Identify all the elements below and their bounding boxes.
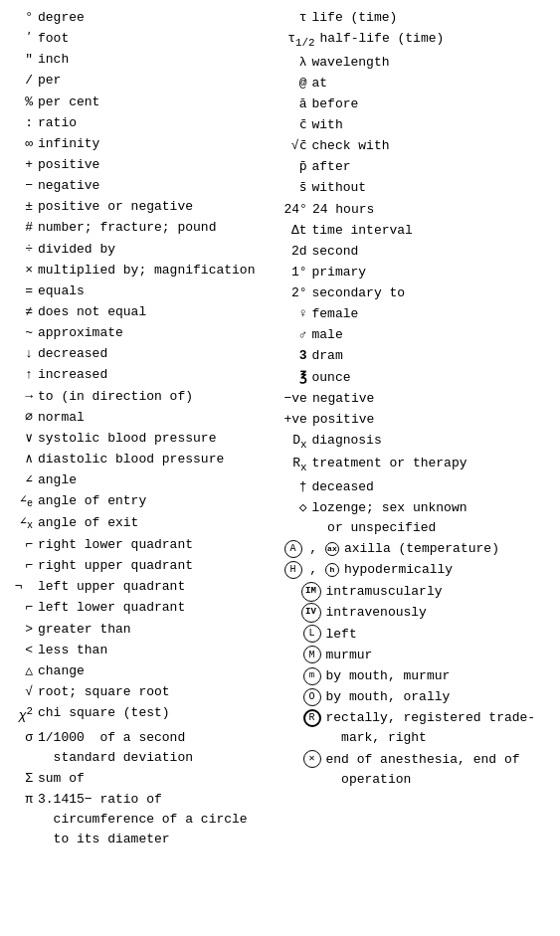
desc-at: at — [312, 74, 328, 94]
list-item: ↑ increased — [10, 365, 277, 385]
symbol-less: < — [10, 641, 38, 660]
desc-uparrow: increased — [38, 365, 107, 385]
desc-infinity: infinity — [38, 134, 99, 154]
list-item: ° degree — [10, 8, 277, 28]
symbol-pi: π — [10, 790, 38, 810]
list-item: : ratio — [10, 113, 277, 133]
desc-left: left — [326, 625, 357, 645]
desc-murmur: murmur — [326, 646, 373, 665]
symbol-ratio: : — [10, 113, 38, 133]
desc-2d: second — [312, 242, 359, 262]
list-item: ♀ female — [284, 304, 551, 324]
desc-degree: degree — [38, 8, 85, 28]
desc-deceased: deceased — [312, 477, 374, 497]
desc-deltat: time interval — [312, 221, 413, 241]
symbol-systolic: ∨ — [10, 429, 38, 449]
symbol-times: × — [10, 261, 38, 281]
list-item: 1° primary — [284, 263, 551, 282]
symbol-minusve: −ve — [284, 389, 312, 409]
desc-equals: equals — [38, 281, 85, 301]
desc-without: without — [312, 178, 367, 198]
list-item: + positive — [10, 155, 277, 175]
desc-angle: angle — [38, 470, 77, 490]
symbol-greater: > — [10, 620, 38, 640]
list-item: † deceased — [284, 477, 551, 497]
main-content: ° degree ʹ foot " inch / per % per cent … — [10, 8, 550, 849]
symbol-secondary: 2° — [284, 283, 312, 303]
desc-dx: diagnosis — [312, 431, 382, 451]
desc-orally: by mouth, orally — [326, 687, 451, 707]
symbol-angle-exit: ∠x — [10, 513, 38, 534]
list-item: ā before — [284, 94, 551, 114]
list-item: ∠ angle — [10, 470, 277, 490]
desc-lambda: wavelength — [312, 53, 390, 73]
desc-emptyset: normal — [38, 408, 85, 428]
list-item: ↓ decreased — [10, 344, 277, 364]
desc-sqrt: root; square root — [38, 682, 170, 702]
list-item: ∨ systolic blood pressure — [10, 429, 277, 449]
list-item: × multiplied by; magnification — [10, 261, 277, 281]
circle-A: A — [284, 540, 302, 558]
symbol-chisq: χ2 — [10, 703, 38, 726]
symbol-emptyset: ∅ — [10, 408, 38, 428]
list-item: ≠ does not equal — [10, 302, 277, 322]
desc-iv: intravenously — [326, 603, 427, 623]
desc-ruq: right upper quadrant — [38, 556, 193, 576]
right-column: τ life (time) τ1/2 half-life (time) λ wa… — [280, 8, 551, 849]
symbol-delta: △ — [10, 661, 38, 681]
symbol-male: ♂ — [284, 325, 312, 345]
list-item: " inch — [10, 50, 277, 70]
list-item: π 3.1415− ratio of circumference of a ci… — [10, 790, 277, 849]
desc-notequal: does not equal — [38, 302, 146, 322]
desc-24h: 24 hours — [312, 200, 374, 220]
desc-luq: left upper quadrant — [38, 577, 185, 597]
desc-less: less than — [38, 641, 107, 660]
list-item: 2° secondary to — [284, 283, 551, 303]
list-item: H , h hypodermically — [284, 560, 551, 580]
list-item: σ 1/1000 of a second standard deviation — [10, 728, 277, 768]
list-item: % per cent — [10, 93, 277, 112]
list-item: A , ax axilla (temperature) — [284, 539, 551, 559]
symbol-sqrt: √ — [10, 682, 38, 702]
symbol-divided: ÷ — [10, 240, 38, 260]
desc-hypo: hypodermically — [344, 560, 453, 580]
list-item: ⌐ right lower quadrant — [10, 535, 277, 555]
desc-divided: divided by — [38, 240, 115, 260]
list-item: △ change — [10, 661, 277, 681]
list-item: ÷ divided by — [10, 240, 277, 260]
symbol-checkwith: √c̄ — [284, 136, 312, 156]
desc-primary: primary — [312, 263, 367, 282]
symbol-left: L — [284, 625, 326, 645]
symbol-rightarrow: → — [10, 387, 38, 407]
desc-before: before — [312, 94, 359, 114]
symbol-sum: Σ — [10, 769, 38, 789]
desc-per: per — [38, 71, 61, 91]
desc-after: after — [312, 157, 351, 177]
desc-bymouth-m: by mouth, murmur — [326, 666, 451, 686]
list-item: ◇ lozenge; sex unknown or unspecified — [284, 498, 551, 538]
desc-greater: greater than — [38, 620, 131, 640]
list-item: √ root; square root — [10, 682, 277, 702]
symbol-orally: O — [284, 687, 326, 707]
symbol-bymouth-m: m — [284, 666, 326, 686]
list-item: Σ sum of — [10, 769, 277, 789]
desc-sum: sum of — [38, 769, 85, 789]
symbol-primary: 1° — [284, 263, 312, 282]
symbol-llq: ⌐ — [10, 598, 38, 618]
symbol-percent: % — [10, 93, 38, 112]
symbol-foot: ʹ — [10, 29, 38, 49]
list-item: ∠e angle of entry — [10, 491, 277, 512]
desc-systolic: systolic blood pressure — [38, 429, 216, 449]
list-item: √c̄ check with — [284, 136, 551, 156]
desc-male: male — [312, 325, 343, 345]
desc-angle-entry: angle of entry — [38, 491, 146, 511]
symbol-diastolic: ∧ — [10, 450, 38, 469]
list-item: ʹ foot — [10, 29, 277, 49]
desc-times: multiplied by; magnification — [38, 261, 255, 281]
desc-minusve: negative — [312, 389, 374, 409]
list-item: ℥ ounce — [284, 368, 551, 388]
symbol-2d: 2d — [284, 242, 312, 262]
symbol-hash: # — [10, 218, 38, 238]
symbol-plus: + — [10, 155, 38, 175]
list-item: # number; fracture; pound — [10, 218, 277, 238]
